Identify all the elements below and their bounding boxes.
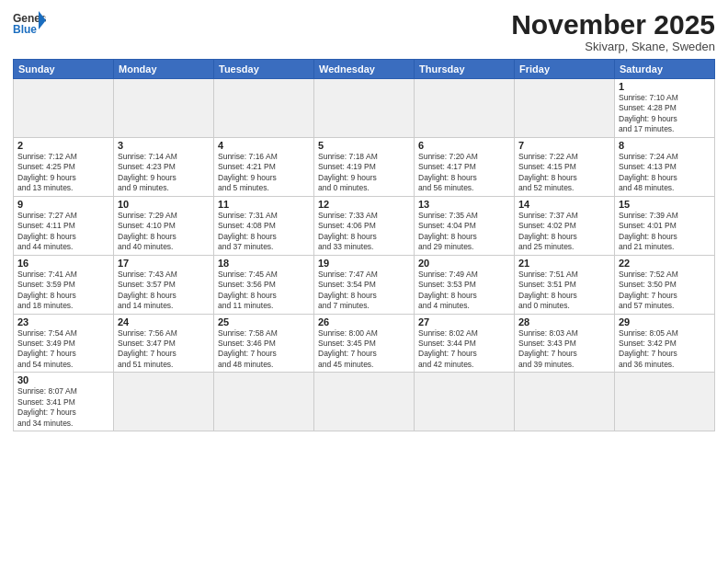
table-row: 12Sunrise: 7:33 AM Sunset: 4:06 PM Dayli… — [314, 196, 415, 255]
day-number: 5 — [318, 140, 410, 151]
calendar-week-row: 2Sunrise: 7:12 AM Sunset: 4:25 PM Daylig… — [14, 137, 715, 196]
day-number: 17 — [118, 258, 210, 269]
calendar-week-row: 16Sunrise: 7:41 AM Sunset: 3:59 PM Dayli… — [14, 255, 715, 314]
day-info: Sunrise: 7:27 AM Sunset: 4:11 PM Dayligh… — [17, 211, 109, 253]
day-info: Sunrise: 7:24 AM Sunset: 4:13 PM Dayligh… — [619, 152, 711, 194]
day-number: 15 — [619, 199, 711, 210]
table-row: 18Sunrise: 7:45 AM Sunset: 3:56 PM Dayli… — [214, 255, 314, 314]
table-row: 6Sunrise: 7:20 AM Sunset: 4:17 PM Daylig… — [415, 137, 515, 196]
table-row: 29Sunrise: 8:05 AM Sunset: 3:42 PM Dayli… — [615, 314, 715, 373]
table-row: 27Sunrise: 8:02 AM Sunset: 3:44 PM Dayli… — [415, 314, 515, 373]
header-sunday: Sunday — [14, 60, 114, 79]
table-row: 15Sunrise: 7:39 AM Sunset: 4:01 PM Dayli… — [615, 196, 715, 255]
day-number: 2 — [17, 140, 109, 151]
day-number: 14 — [518, 199, 610, 210]
month-title: November 2025 — [511, 9, 715, 40]
table-row: 1Sunrise: 7:10 AM Sunset: 4:28 PM Daylig… — [615, 79, 715, 138]
day-info: Sunrise: 7:45 AM Sunset: 3:56 PM Dayligh… — [218, 270, 310, 312]
day-number: 13 — [418, 199, 510, 210]
day-info: Sunrise: 7:56 AM Sunset: 3:47 PM Dayligh… — [118, 328, 210, 371]
day-number: 4 — [218, 140, 310, 151]
calendar-week-row: 30Sunrise: 8:07 AM Sunset: 3:41 PM Dayli… — [14, 373, 715, 431]
day-info: Sunrise: 7:10 AM Sunset: 4:28 PM Dayligh… — [619, 93, 711, 135]
day-info: Sunrise: 7:47 AM Sunset: 3:54 PM Dayligh… — [318, 270, 410, 312]
table-row — [114, 79, 214, 138]
table-row: 24Sunrise: 7:56 AM Sunset: 3:47 PM Dayli… — [114, 314, 214, 373]
day-number: 12 — [318, 199, 410, 210]
day-info: Sunrise: 7:22 AM Sunset: 4:15 PM Dayligh… — [518, 152, 610, 194]
day-info: Sunrise: 7:37 AM Sunset: 4:02 PM Dayligh… — [518, 211, 610, 253]
table-row — [415, 373, 515, 431]
table-row: 7Sunrise: 7:22 AM Sunset: 4:15 PM Daylig… — [515, 137, 615, 196]
table-row — [515, 79, 615, 138]
day-number: 10 — [118, 199, 210, 210]
header-thursday: Thursday — [415, 60, 515, 79]
table-row: 19Sunrise: 7:47 AM Sunset: 3:54 PM Dayli… — [314, 255, 415, 314]
day-number: 27 — [418, 316, 510, 327]
day-number: 24 — [118, 316, 210, 327]
calendar-table: Sunday Monday Tuesday Wednesday Thursday… — [13, 59, 715, 431]
day-info: Sunrise: 8:05 AM Sunset: 3:42 PM Dayligh… — [619, 328, 711, 371]
table-row: 5Sunrise: 7:18 AM Sunset: 4:19 PM Daylig… — [314, 137, 415, 196]
table-row — [114, 373, 214, 431]
table-row: 26Sunrise: 8:00 AM Sunset: 3:45 PM Dayli… — [314, 314, 415, 373]
day-info: Sunrise: 7:16 AM Sunset: 4:21 PM Dayligh… — [218, 152, 310, 194]
svg-text:Blue: Blue — [13, 23, 37, 36]
day-info: Sunrise: 8:00 AM Sunset: 3:45 PM Dayligh… — [318, 328, 410, 371]
table-row — [515, 373, 615, 431]
header-monday: Monday — [114, 60, 214, 79]
day-info: Sunrise: 7:35 AM Sunset: 4:04 PM Dayligh… — [418, 211, 510, 253]
page-header: General Blue November 2025 Skivarp, Skan… — [13, 9, 715, 53]
day-info: Sunrise: 7:54 AM Sunset: 3:49 PM Dayligh… — [17, 328, 109, 371]
calendar-week-row: 9Sunrise: 7:27 AM Sunset: 4:11 PM Daylig… — [14, 196, 715, 255]
table-row — [14, 79, 114, 138]
logo-icon: General Blue — [13, 9, 46, 37]
table-row: 30Sunrise: 8:07 AM Sunset: 3:41 PM Dayli… — [14, 373, 114, 431]
calendar-page: General Blue November 2025 Skivarp, Skan… — [0, 0, 728, 563]
table-row: 8Sunrise: 7:24 AM Sunset: 4:13 PM Daylig… — [615, 137, 715, 196]
table-row: 3Sunrise: 7:14 AM Sunset: 4:23 PM Daylig… — [114, 137, 214, 196]
calendar-week-row: 1Sunrise: 7:10 AM Sunset: 4:28 PM Daylig… — [14, 79, 715, 138]
table-row — [214, 79, 314, 138]
day-number: 30 — [17, 374, 109, 385]
weekday-header-row: Sunday Monday Tuesday Wednesday Thursday… — [14, 60, 715, 79]
location: Skivarp, Skane, Sweden — [511, 40, 715, 53]
header-wednesday: Wednesday — [314, 60, 415, 79]
day-info: Sunrise: 8:03 AM Sunset: 3:43 PM Dayligh… — [518, 328, 610, 371]
day-info: Sunrise: 7:58 AM Sunset: 3:46 PM Dayligh… — [218, 328, 310, 371]
day-number: 29 — [619, 316, 711, 327]
table-row: 2Sunrise: 7:12 AM Sunset: 4:25 PM Daylig… — [14, 137, 114, 196]
day-number: 19 — [318, 258, 410, 269]
table-row: 28Sunrise: 8:03 AM Sunset: 3:43 PM Dayli… — [515, 314, 615, 373]
table-row: 23Sunrise: 7:54 AM Sunset: 3:49 PM Dayli… — [14, 314, 114, 373]
day-info: Sunrise: 7:29 AM Sunset: 4:10 PM Dayligh… — [118, 211, 210, 253]
table-row: 20Sunrise: 7:49 AM Sunset: 3:53 PM Dayli… — [415, 255, 515, 314]
day-number: 28 — [518, 316, 610, 327]
day-number: 11 — [218, 199, 310, 210]
table-row: 4Sunrise: 7:16 AM Sunset: 4:21 PM Daylig… — [214, 137, 314, 196]
day-number: 22 — [619, 258, 711, 269]
table-row: 25Sunrise: 7:58 AM Sunset: 3:46 PM Dayli… — [214, 314, 314, 373]
day-info: Sunrise: 7:43 AM Sunset: 3:57 PM Dayligh… — [118, 270, 210, 312]
day-number: 21 — [518, 258, 610, 269]
day-number: 1 — [619, 81, 711, 92]
day-info: Sunrise: 7:49 AM Sunset: 3:53 PM Dayligh… — [418, 270, 510, 312]
logo: General Blue — [13, 9, 46, 37]
day-info: Sunrise: 7:52 AM Sunset: 3:50 PM Dayligh… — [619, 270, 711, 312]
title-block: November 2025 Skivarp, Skane, Sweden — [511, 9, 715, 53]
day-number: 18 — [218, 258, 310, 269]
day-info: Sunrise: 7:14 AM Sunset: 4:23 PM Dayligh… — [118, 152, 210, 194]
table-row: 14Sunrise: 7:37 AM Sunset: 4:02 PM Dayli… — [515, 196, 615, 255]
day-number: 8 — [619, 140, 711, 151]
day-number: 16 — [17, 258, 109, 269]
header-tuesday: Tuesday — [214, 60, 314, 79]
day-number: 25 — [218, 316, 310, 327]
header-friday: Friday — [515, 60, 615, 79]
day-number: 6 — [418, 140, 510, 151]
day-number: 26 — [318, 316, 410, 327]
day-info: Sunrise: 8:02 AM Sunset: 3:44 PM Dayligh… — [418, 328, 510, 371]
day-info: Sunrise: 7:41 AM Sunset: 3:59 PM Dayligh… — [17, 270, 109, 312]
day-info: Sunrise: 7:12 AM Sunset: 4:25 PM Dayligh… — [17, 152, 109, 194]
table-row — [615, 373, 715, 431]
day-number: 20 — [418, 258, 510, 269]
